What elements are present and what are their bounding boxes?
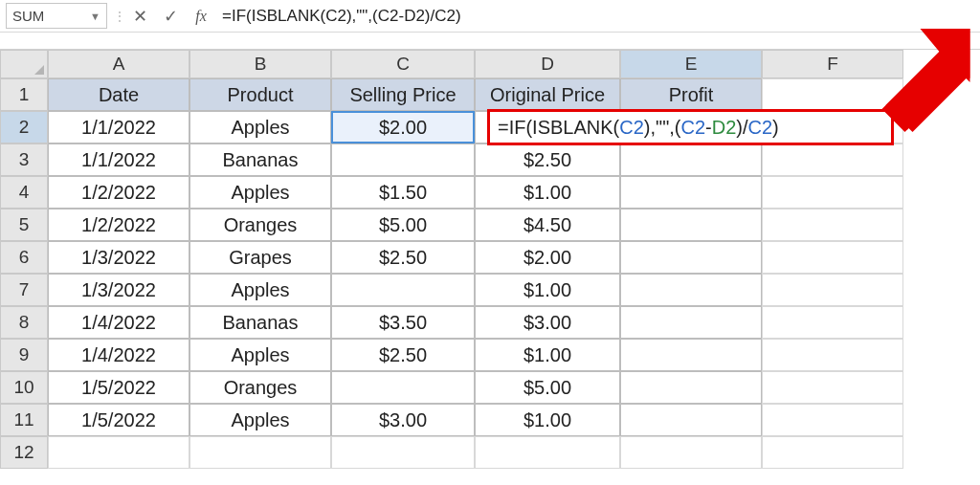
cell-D7[interactable]: $1.00: [475, 274, 620, 306]
cell-A2[interactable]: 1/1/2022: [48, 111, 189, 143]
enter-button[interactable]: ✓: [155, 6, 186, 27]
cell-D9[interactable]: $1.00: [475, 339, 620, 371]
row-header-7[interactable]: 7: [0, 274, 48, 306]
cell-F6[interactable]: [762, 241, 903, 274]
cell-F10[interactable]: [762, 371, 903, 404]
cell-E3[interactable]: [620, 143, 762, 176]
cell-B6[interactable]: Grapes: [189, 241, 331, 274]
cell-F4[interactable]: [762, 176, 903, 209]
cell-A12[interactable]: [48, 436, 189, 469]
cell-F8[interactable]: [762, 306, 903, 339]
cell-C2[interactable]: $2.00: [331, 111, 475, 143]
cell-B10[interactable]: Oranges: [189, 371, 331, 404]
cell-D11[interactable]: $1.00: [475, 404, 620, 436]
cell-A6[interactable]: 1/3/2022: [48, 241, 189, 274]
cell-D6[interactable]: $2.00: [475, 241, 620, 274]
spreadsheet-grid: A B C D E F 1 Date Product Selling Price…: [0, 50, 903, 469]
cell-B1[interactable]: Product: [189, 78, 331, 111]
cell-C10[interactable]: [331, 371, 475, 404]
cell-A1[interactable]: Date: [48, 78, 189, 111]
cell-C6[interactable]: $2.50: [331, 241, 475, 274]
row-header-11[interactable]: 11: [0, 404, 48, 436]
cell-F1[interactable]: [762, 78, 903, 111]
cell-A4[interactable]: 1/2/2022: [48, 176, 189, 209]
row-header-1[interactable]: 1: [0, 78, 48, 111]
cell-A5[interactable]: 1/2/2022: [48, 209, 189, 241]
formula-bar: SUM ▼ ⋮ ✕ ✓ fx =IF(ISBLANK(C2),"",(C2-D2…: [0, 0, 980, 33]
row-header-3[interactable]: 3: [0, 143, 48, 176]
cell-C9[interactable]: $2.50: [331, 339, 475, 371]
formula-ref-d2: D2: [712, 117, 737, 139]
cell-A9[interactable]: 1/4/2022: [48, 339, 189, 371]
row-header-10[interactable]: 10: [0, 371, 48, 404]
cell-F3[interactable]: [762, 143, 903, 176]
cell-C8[interactable]: $3.50: [331, 306, 475, 339]
col-header-A[interactable]: A: [48, 50, 189, 78]
cell-D1[interactable]: Original Price: [475, 78, 620, 111]
cell-F5[interactable]: [762, 209, 903, 241]
cell-C7[interactable]: [331, 274, 475, 306]
row-header-12[interactable]: 12: [0, 436, 48, 469]
cell-C4[interactable]: $1.50: [331, 176, 475, 209]
select-all-corner[interactable]: [0, 50, 48, 78]
cell-B9[interactable]: Apples: [189, 339, 331, 371]
cell-A7[interactable]: 1/3/2022: [48, 274, 189, 306]
cell-E12[interactable]: [620, 436, 762, 469]
cell-B12[interactable]: [189, 436, 331, 469]
name-box[interactable]: SUM ▼: [6, 3, 107, 29]
cell-B3[interactable]: Bananas: [189, 143, 331, 176]
cell-B11[interactable]: Apples: [189, 404, 331, 436]
row-header-9[interactable]: 9: [0, 339, 48, 371]
col-header-C[interactable]: C: [331, 50, 475, 78]
cell-D5[interactable]: $4.50: [475, 209, 620, 241]
cell-E9[interactable]: [620, 339, 762, 371]
row-header-6[interactable]: 6: [0, 241, 48, 274]
cell-F7[interactable]: [762, 274, 903, 306]
cell-F11[interactable]: [762, 404, 903, 436]
cell-A10[interactable]: 1/5/2022: [48, 371, 189, 404]
cell-C1[interactable]: Selling Price: [331, 78, 475, 111]
chevron-down-icon[interactable]: ▼: [90, 11, 100, 22]
cell-E10[interactable]: [620, 371, 762, 404]
cell-B2[interactable]: Apples: [189, 111, 331, 143]
cell-F12[interactable]: [762, 436, 903, 469]
cell-A3[interactable]: 1/1/2022: [48, 143, 189, 176]
cell-F9[interactable]: [762, 339, 903, 371]
fx-button[interactable]: fx: [186, 8, 216, 25]
row-header-2[interactable]: 2: [0, 111, 48, 143]
cell-E7[interactable]: [620, 274, 762, 306]
cell-E5[interactable]: [620, 209, 762, 241]
cell-E11[interactable]: [620, 404, 762, 436]
cell-D4[interactable]: $1.00: [475, 176, 620, 209]
cell-E1[interactable]: Profit: [620, 78, 762, 111]
formula-input[interactable]: =IF(ISBLANK(C2),"",(C2-D2)/C2): [216, 7, 980, 26]
cell-E2[interactable]: =IF(ISBLANK(C2),"",(C2-D2)/C2): [620, 111, 762, 143]
cell-D3[interactable]: $2.50: [475, 143, 620, 176]
cell-E8[interactable]: [620, 306, 762, 339]
cell-B4[interactable]: Apples: [189, 176, 331, 209]
col-header-D[interactable]: D: [475, 50, 620, 78]
cell-E4[interactable]: [620, 176, 762, 209]
cell-C5[interactable]: $5.00: [331, 209, 475, 241]
cell-D10[interactable]: $5.00: [475, 371, 620, 404]
cell-D12[interactable]: [475, 436, 620, 469]
row-header-4[interactable]: 4: [0, 176, 48, 209]
cell-B8[interactable]: Bananas: [189, 306, 331, 339]
cell-E6[interactable]: [620, 241, 762, 274]
cell-C12[interactable]: [331, 436, 475, 469]
col-header-B[interactable]: B: [189, 50, 331, 78]
row-header-5[interactable]: 5: [0, 209, 48, 241]
cell-B5[interactable]: Oranges: [189, 209, 331, 241]
col-header-E[interactable]: E: [620, 50, 762, 78]
cancel-button[interactable]: ✕: [124, 6, 155, 27]
col-header-F[interactable]: F: [762, 50, 903, 78]
cell-C3[interactable]: [331, 143, 475, 176]
cell-B7[interactable]: Apples: [189, 274, 331, 306]
cell-C11[interactable]: $3.00: [331, 404, 475, 436]
row-header-8[interactable]: 8: [0, 306, 48, 339]
cell-A8[interactable]: 1/4/2022: [48, 306, 189, 339]
cell-D8[interactable]: $3.00: [475, 306, 620, 339]
cell-A11[interactable]: 1/5/2022: [48, 404, 189, 436]
formula-ref-c2b: C2: [680, 117, 705, 139]
formula-editing-overlay[interactable]: =IF(ISBLANK(C2),"",(C2-D2)/C2): [487, 109, 894, 145]
